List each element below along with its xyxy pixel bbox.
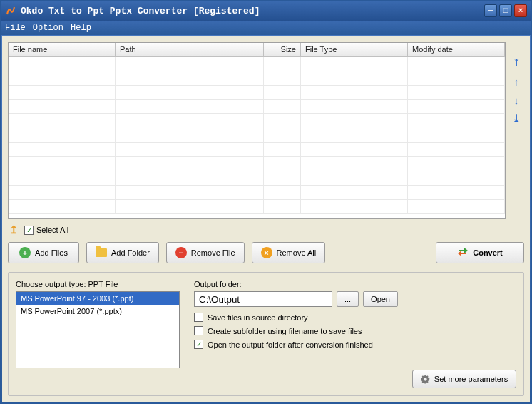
open-folder-button[interactable]: Open: [363, 291, 398, 307]
create-subfolder-label: Create subfolder using filename to save …: [208, 327, 362, 335]
remove-file-label: Remove File: [191, 248, 235, 257]
convert-button[interactable]: Convert: [436, 242, 524, 263]
output-type-list[interactable]: MS PowerPoint 97 - 2003 (*.ppt) MS Power…: [16, 291, 180, 368]
add-folder-label: Add Folder: [111, 248, 150, 257]
add-files-button[interactable]: + Add Files: [8, 242, 79, 263]
output-type-option[interactable]: MS PowerPoint 97 - 2003 (*.ppt): [16, 292, 179, 305]
save-source-checkbox[interactable]: Save files in source directory: [194, 313, 398, 322]
window-title: Okdo Txt to Ppt Pptx Converter [Register…: [21, 6, 484, 16]
output-folder-label: Output folder:: [194, 280, 398, 288]
col-header-type[interactable]: File Type: [301, 43, 408, 56]
col-header-name[interactable]: File name: [9, 43, 116, 56]
minimize-button[interactable]: ─: [484, 4, 497, 17]
settings-panel: Choose output type: PPT File MS PowerPoi…: [8, 272, 524, 396]
remove-all-button[interactable]: × Remove All: [252, 242, 326, 263]
create-subfolder-checkbox[interactable]: Create subfolder using filename to save …: [194, 326, 398, 335]
close-button[interactable]: ×: [514, 4, 527, 17]
x-icon: ×: [261, 247, 272, 258]
app-window: Okdo Txt to Ppt Pptx Converter [Register…: [0, 0, 532, 404]
window-controls: ─ □ ×: [484, 4, 527, 17]
add-folder-button[interactable]: Add Folder: [86, 242, 159, 263]
open-after-checkbox[interactable]: ✓ Open the output folder after conversio…: [194, 340, 398, 349]
col-header-size[interactable]: Size: [264, 43, 301, 56]
app-icon: [5, 5, 16, 16]
up-level-icon[interactable]: ↥: [9, 223, 19, 236]
checkbox-icon: [194, 326, 203, 335]
minus-icon: −: [175, 247, 187, 258]
reorder-buttons: ⤒ ↑ ↓ ⤓: [510, 42, 524, 219]
plus-icon: +: [19, 247, 31, 258]
file-grid-header: File name Path Size File Type Modify dat…: [9, 43, 505, 57]
save-source-label: Save files in source directory: [208, 313, 308, 322]
output-type-label: Choose output type: PPT File: [16, 280, 180, 288]
menu-help[interactable]: Help: [71, 23, 91, 33]
output-folder-input[interactable]: [194, 291, 332, 307]
titlebar: Okdo Txt to Ppt Pptx Converter [Register…: [1, 1, 531, 21]
remove-all-label: Remove All: [277, 248, 317, 257]
gear-icon: [421, 375, 430, 384]
move-down-button[interactable]: ↓: [510, 94, 523, 106]
select-all-row: ↥ ✓ Select All: [8, 219, 524, 242]
add-files-label: Add Files: [35, 248, 68, 257]
output-type-option[interactable]: MS PowerPoint 2007 (*.pptx): [16, 305, 179, 318]
menubar: File Option Help: [1, 21, 531, 35]
select-all-checkbox[interactable]: ✓ Select All: [24, 226, 68, 235]
maximize-button[interactable]: □: [499, 4, 512, 17]
content: File name Path Size File Type Modify dat…: [2, 36, 530, 402]
convert-icon: [457, 246, 469, 260]
menu-option[interactable]: Option: [33, 23, 63, 33]
checkbox-icon: ✓: [194, 340, 203, 349]
more-parameters-label: Set more parameters: [434, 375, 508, 383]
browse-button[interactable]: ...: [337, 291, 359, 307]
checkbox-icon: ✓: [24, 226, 34, 235]
toolbar: + Add Files Add Folder − Remove File × R…: [8, 242, 524, 263]
open-after-label: Open the output folder after conversion …: [208, 340, 373, 349]
remove-file-button[interactable]: − Remove File: [166, 242, 245, 263]
checkbox-icon: [194, 313, 203, 322]
more-parameters-button[interactable]: Set more parameters: [412, 370, 516, 388]
move-up-button[interactable]: ↑: [510, 75, 523, 88]
file-grid[interactable]: File name Path Size File Type Modify dat…: [8, 42, 506, 219]
file-grid-body: [9, 57, 505, 219]
select-all-label: Select All: [36, 226, 68, 234]
convert-label: Convert: [473, 248, 503, 257]
menu-file[interactable]: File: [5, 23, 26, 33]
col-header-date[interactable]: Modify date: [408, 43, 505, 56]
move-top-button[interactable]: ⤒: [510, 56, 523, 69]
folder-icon: [96, 248, 107, 257]
col-header-path[interactable]: Path: [116, 43, 264, 56]
move-bottom-button[interactable]: ⤓: [510, 112, 523, 125]
